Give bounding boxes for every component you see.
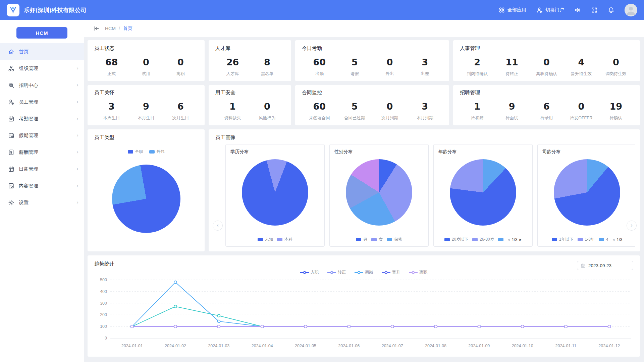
x-axis-tick: 2024-01-05 <box>295 344 316 348</box>
sidebar-item-settings[interactable]: 设置› <box>0 194 84 211</box>
trend-data-point[interactable] <box>217 325 220 328</box>
stat-item[interactable]: 6待录用 <box>529 101 564 121</box>
trend-data-point[interactable] <box>217 320 220 323</box>
trend-data-point[interactable] <box>347 325 350 328</box>
stat-item[interactable]: 6次月生日 <box>163 101 198 121</box>
stat-values-row: 26人才库8黑名单 <box>215 57 284 77</box>
trend-data-point[interactable] <box>521 325 524 328</box>
trend-data-point[interactable] <box>391 325 394 328</box>
legend-item[interactable]: 1年以下 <box>552 237 574 242</box>
hcm-app-button[interactable]: HCM <box>16 27 67 39</box>
legend-item[interactable]: 外包 <box>149 149 165 155</box>
trend-legend-item[interactable]: 入职 <box>300 269 319 275</box>
trend-data-point[interactable] <box>174 325 177 328</box>
trend-data-point[interactable] <box>174 281 177 284</box>
stat-item[interactable]: 0风险行为 <box>250 101 284 121</box>
stat-item[interactable]: 3出差 <box>407 57 442 77</box>
trend-legend-item[interactable]: 调岗 <box>355 269 373 275</box>
trend-data-point[interactable] <box>174 305 177 308</box>
legend-item[interactable]: 男 <box>356 237 367 242</box>
sidebar-item-org[interactable]: 组织管理› <box>0 60 84 77</box>
stat-item[interactable]: 0调岗待生效 <box>599 57 633 77</box>
trend-data-point[interactable] <box>131 325 133 328</box>
trend-data-point[interactable] <box>304 325 307 328</box>
carousel-next-button[interactable]: › <box>627 221 637 231</box>
trend-legend-item[interactable]: 晋升 <box>382 269 400 275</box>
trend-legend-item[interactable]: 离职 <box>409 269 427 275</box>
legend-item[interactable]: 1-3年 <box>578 237 595 242</box>
stat-item[interactable]: 9本月生日 <box>129 101 163 121</box>
stat-item[interactable]: 9待面试 <box>494 101 529 121</box>
stat-item[interactable]: 0外出 <box>372 57 408 77</box>
trend-chart-svg: 01002003004005002024-01-012024-01-022024… <box>94 275 636 352</box>
stat-item[interactable]: 11待转正 <box>494 57 529 77</box>
stat-item[interactable]: 0待发OFFER <box>564 101 598 121</box>
legend-item[interactable]: 全职 <box>128 149 143 155</box>
fullscreen-button[interactable] <box>591 7 598 13</box>
stat-item[interactable]: 5合同已过期 <box>337 101 372 121</box>
stat-item[interactable]: 5请假 <box>337 57 372 77</box>
legend-page-indicator: 1/3 <box>512 237 518 242</box>
stat-item[interactable]: 68正式 <box>94 57 129 77</box>
breadcrumb-current[interactable]: 首页 <box>123 25 132 32</box>
sidebar-item-attendance[interactable]: 考勤管理› <box>0 110 84 127</box>
trend-data-point[interactable] <box>434 325 437 328</box>
sidebar-item-employee[interactable]: 员工管理› <box>0 94 84 110</box>
trend-date-picker[interactable]: 2023-09-23 <box>577 261 633 270</box>
sidebar-item-salary[interactable]: 薪酬管理› <box>0 144 84 161</box>
sidebar-item-label: 薪酬管理 <box>19 149 38 156</box>
sidebar-item-holiday[interactable]: 假期管理› <box>0 127 84 144</box>
topbar-action-portal[interactable]: 切换门户 <box>536 7 564 13</box>
stat-item[interactable]: 3本月到期 <box>407 101 442 121</box>
legend-prev-icon[interactable]: ◀ <box>612 238 615 241</box>
stat-label: 待发OFFER <box>564 115 598 121</box>
stat-item[interactable]: 60未签署合同 <box>302 101 337 121</box>
stat-item[interactable]: 0离职待确认 <box>529 57 564 77</box>
trend-legend-item[interactable]: 转正 <box>327 269 346 275</box>
carousel-prev-button[interactable]: ‹ <box>213 221 223 231</box>
legend-item[interactable]: 女 <box>371 237 383 242</box>
stat-item[interactable]: 1待初筛 <box>460 101 494 121</box>
user-avatar[interactable] <box>625 4 637 16</box>
y-axis-tick: 300 <box>100 301 107 306</box>
stat-item[interactable]: 0试用 <box>129 57 163 77</box>
sidebar-item-recruit[interactable]: 招聘中心› <box>0 77 84 94</box>
sidebar-item-home[interactable]: 首页 <box>0 43 84 60</box>
stat-item[interactable]: 3本周生日 <box>94 101 129 121</box>
breadcrumb-root[interactable]: HCM <box>105 26 116 31</box>
legend-item[interactable] <box>498 238 503 241</box>
legend-item[interactable]: 26-30岁 <box>472 237 494 242</box>
stat-item[interactable]: 8黑名单 <box>250 57 284 77</box>
topbar-action-apps[interactable]: 全部应用 <box>498 7 526 13</box>
stat-item[interactable]: 26人才库 <box>215 57 250 77</box>
legend-label: 1-3年 <box>585 237 595 242</box>
stat-item[interactable]: 0次月到期 <box>372 101 408 121</box>
stat-label: 离职 <box>163 71 198 77</box>
stat-item[interactable]: 4晋升待生效 <box>564 57 598 77</box>
trend-data-point[interactable] <box>217 314 220 317</box>
legend-item[interactable]: 保密 <box>387 237 402 242</box>
trend-data-point[interactable] <box>261 325 264 328</box>
legend-prev-icon[interactable]: ◀ <box>507 238 510 241</box>
legend-item[interactable]: 本科 <box>277 237 292 242</box>
trend-data-point[interactable] <box>478 325 480 328</box>
legend-item[interactable]: 4 <box>599 237 608 242</box>
stat-label: 正式 <box>94 71 129 77</box>
stat-item[interactable]: 60出勤 <box>302 57 337 77</box>
legend-item[interactable]: 20岁以下 <box>444 237 468 242</box>
stat-card: 今日考勤60出勤5请假0外出3出差 <box>295 40 449 81</box>
stat-item[interactable]: 1资料缺失 <box>215 101 250 121</box>
collapse-sidebar-icon[interactable] <box>93 25 100 32</box>
stat-item[interactable]: 2到岗待确认 <box>460 57 494 77</box>
bell-button[interactable] <box>608 7 614 13</box>
stat-item[interactable]: 0离职 <box>163 57 198 77</box>
trend-data-point[interactable] <box>565 325 567 328</box>
stat-item[interactable]: 19待确认 <box>599 101 633 121</box>
trend-data-point[interactable] <box>608 325 610 328</box>
legend-next-icon[interactable]: ▶ <box>519 238 522 241</box>
volume-button[interactable] <box>574 7 581 13</box>
sidebar-item-content[interactable]: 内容管理› <box>0 177 84 194</box>
legend-item[interactable]: 未知 <box>258 237 273 242</box>
employee-type-card: 员工类型 全职外包 <box>88 129 205 251</box>
sidebar-item-daily[interactable]: 日常管理› <box>0 161 84 177</box>
